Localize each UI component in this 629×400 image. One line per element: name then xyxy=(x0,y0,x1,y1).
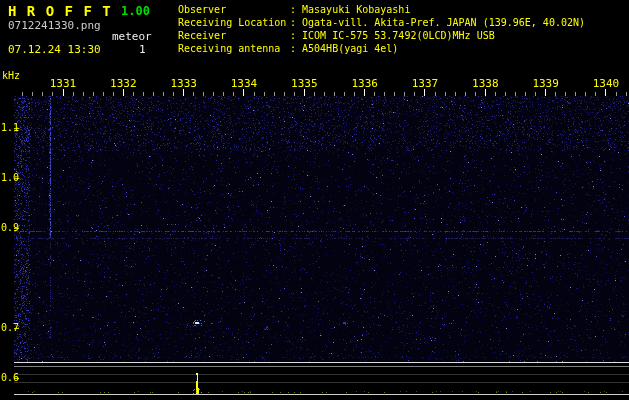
time-tick-label: 1331 xyxy=(47,77,79,90)
station-info-panel: Observer: Masayuki Kobayashi Receiving L… xyxy=(178,3,585,55)
info-label: Receiver xyxy=(178,29,290,42)
freq-tick-label: 0.6 xyxy=(1,372,19,383)
time-tick-label: 1335 xyxy=(288,77,320,90)
freq-tick-label: 1.0 xyxy=(1,172,19,183)
info-row-observer: Observer: Masayuki Kobayashi xyxy=(178,3,585,16)
app-title: H R O F F T xyxy=(8,3,112,19)
freq-tick-label: 1.1 xyxy=(1,122,19,133)
observation-count: 1 xyxy=(139,43,146,56)
hrofft-window: H R O F F T 1.00 0712241330.png meteor 1… xyxy=(0,0,629,400)
info-value: : Masayuki Kobayashi xyxy=(290,4,410,15)
time-tick-label: 1334 xyxy=(228,77,260,90)
time-tick-label: 1338 xyxy=(469,77,501,90)
time-tick-label: 1332 xyxy=(107,77,139,90)
freq-tick-label: 0.9 xyxy=(1,222,19,233)
time-tick-label: 1336 xyxy=(349,77,381,90)
info-label: Observer xyxy=(178,3,290,16)
time-tick-label: 1333 xyxy=(168,77,200,90)
freq-axis-unit: kHz xyxy=(2,70,20,81)
info-value: : ICOM IC-575 53.7492(0LCD)MHz USB xyxy=(290,30,495,41)
output-filename: 0712241330.png xyxy=(8,19,101,32)
observation-name: meteor xyxy=(112,30,152,43)
time-tick-label: 1339 xyxy=(530,77,562,90)
spectrogram-canvas xyxy=(0,0,629,400)
time-tick-label: 1337 xyxy=(409,77,441,90)
time-tick-label: 1340 xyxy=(590,77,622,90)
datetime-label: 07.12.24 13:30 xyxy=(8,43,101,56)
app-version: 1.00 xyxy=(121,4,150,18)
info-value: : A504HB(yagi 4el) xyxy=(290,43,398,54)
info-label: Receiving antenna xyxy=(178,42,290,55)
info-row-antenna: Receiving antenna: A504HB(yagi 4el) xyxy=(178,42,585,55)
freq-tick-label: 0.7 xyxy=(1,322,19,333)
info-row-receiver: Receiver: ICOM IC-575 53.7492(0LCD)MHz U… xyxy=(178,29,585,42)
info-label: Receiving Location xyxy=(178,16,290,29)
info-value: : Ogata-vill. Akita-Pref. JAPAN (139.96E… xyxy=(290,17,585,28)
info-row-location: Receiving Location: Ogata-vill. Akita-Pr… xyxy=(178,16,585,29)
